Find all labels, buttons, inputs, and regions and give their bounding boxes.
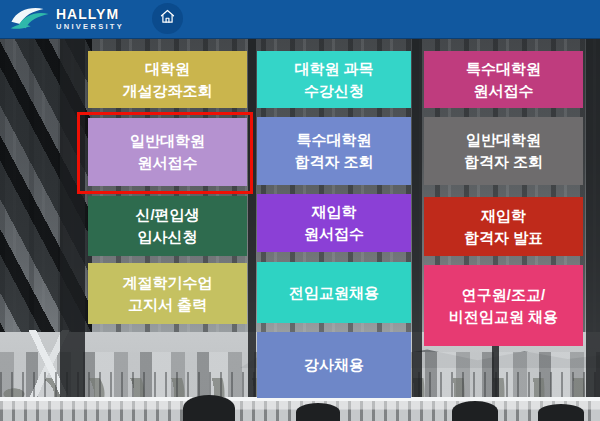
person-silhouette	[183, 395, 235, 421]
button-label-line: 대학원 과목	[294, 58, 373, 80]
button-label-line: 개설강좌조회	[123, 80, 213, 102]
home-button[interactable]	[152, 3, 183, 34]
logo-text: HALLYM UNIVERSITY	[56, 7, 124, 31]
window-mullion	[586, 38, 600, 400]
hallym-bird-logo-icon	[10, 4, 50, 34]
person-silhouette	[452, 401, 498, 421]
button-label-line: 비전임교원 채용	[449, 306, 558, 328]
button-label-line: 특수대학원	[466, 58, 541, 80]
button-seasonal-semester-bill[interactable]: 계절학기수업 고지서 출력	[88, 263, 247, 324]
button-label-line: 고지서 출력	[128, 294, 207, 316]
button-label-line: 원서접수	[474, 80, 534, 102]
button-label-line: 합격자 발표	[464, 227, 543, 249]
button-readmission-apply[interactable]: 재입학 원서접수	[257, 194, 411, 252]
button-fulltime-faculty-hiring[interactable]: 전임교원채용	[257, 262, 411, 323]
button-special-grad-apply[interactable]: 특수대학원 원서접수	[424, 51, 583, 108]
button-special-grad-results[interactable]: 특수대학원 합격자 조회	[257, 117, 411, 185]
hallym-portal-screen: HALLYM UNIVERSITY 대학원 개설강좌조회 대학원 과목 수강신청…	[0, 0, 600, 421]
background-aframe-structure	[4, 330, 94, 399]
button-readmission-results[interactable]: 재입학 합격자 발표	[424, 197, 583, 256]
button-label-line: 특수대학원	[297, 129, 372, 151]
highlight-annotation-box	[77, 112, 253, 194]
button-label-line: 계절학기수업	[123, 272, 213, 294]
button-lecturer-hiring[interactable]: 강사채용	[257, 332, 411, 398]
button-label-line: 신/편입생	[135, 204, 199, 226]
person-silhouette	[538, 404, 584, 421]
button-label-line: 대학원	[145, 58, 190, 80]
button-label-line: 합격자 조회	[464, 151, 543, 173]
window-mullion	[248, 38, 256, 400]
button-grad-open-courses[interactable]: 대학원 개설강좌조회	[88, 51, 247, 108]
university-subname: UNIVERSITY	[56, 23, 124, 31]
button-grad-course-enroll[interactable]: 대학원 과목 수강신청	[257, 51, 411, 108]
button-general-grad-results[interactable]: 일반대학원 합격자 조회	[424, 117, 583, 185]
home-icon	[159, 8, 176, 29]
top-navigation-bar: HALLYM UNIVERSITY	[0, 0, 600, 39]
window-mullion	[60, 38, 85, 400]
button-label-line: 원서접수	[304, 223, 364, 245]
button-label-line: 합격자 조회	[294, 151, 373, 173]
button-label-line: 재입학	[312, 201, 357, 223]
button-new-transfer-dorm-apply[interactable]: 신/편입생 입사신청	[88, 196, 247, 256]
button-label-line: 수강신청	[304, 80, 364, 102]
button-label-line: 입사신청	[138, 226, 198, 248]
button-label-line: 일반대학원	[466, 129, 541, 151]
person-silhouette	[296, 403, 340, 421]
window-mullion	[412, 38, 422, 400]
hallym-university-logo[interactable]: HALLYM UNIVERSITY	[10, 4, 124, 34]
button-label-line: 전임교원채용	[289, 282, 379, 304]
button-label-line: 재입학	[481, 205, 526, 227]
button-label-line: 연구원/조교/	[462, 284, 545, 306]
button-label-line: 강사채용	[304, 354, 364, 376]
button-researcher-ta-hiring[interactable]: 연구원/조교/ 비전임교원 채용	[424, 265, 583, 346]
university-name: HALLYM	[56, 7, 124, 21]
